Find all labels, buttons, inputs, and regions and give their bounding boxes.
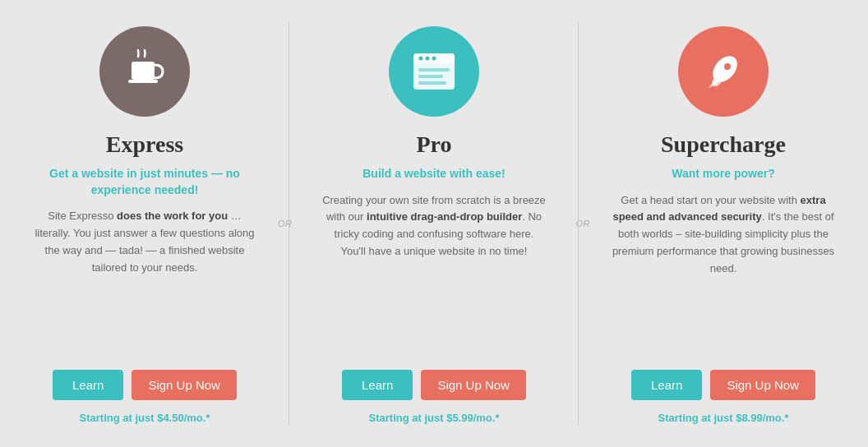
supercharge-tagline: Want more power? [672, 166, 775, 182]
express-tagline: Get a website in just minutes — no exper… [33, 166, 256, 198]
svg-rect-1 [128, 80, 158, 83]
supercharge-price: Starting at just $8.99/mo.* [658, 412, 789, 424]
express-icon-circle [99, 26, 190, 117]
pro-description: Creating your own site from scratch is a… [322, 192, 546, 353]
plan-supercharge: Supercharge Want more power? Get a head … [579, 0, 868, 447]
express-buttons: Learn Sign Up Now [53, 370, 237, 400]
express-description: Site Expresso does the work for you … li… [33, 208, 256, 353]
svg-rect-0 [132, 62, 155, 80]
pricing-container: Express Get a website in just minutes — … [0, 0, 868, 447]
pro-icon-circle [389, 26, 479, 117]
supercharge-description: Get a head start on your website with ex… [612, 192, 835, 353]
pro-tagline: Build a website with ease! [362, 166, 506, 182]
pro-price: Starting at just $5.99/mo.* [369, 412, 500, 424]
supercharge-buttons: Learn Sign Up Now [631, 370, 815, 400]
supercharge-signup-button[interactable]: Sign Up Now [710, 370, 815, 400]
svg-point-4 [419, 57, 423, 61]
or-left-label: OR [278, 219, 293, 228]
express-price: Starting at just $4.50/mo.* [80, 412, 210, 424]
pro-buttons: Learn Sign Up Now [342, 370, 526, 400]
plan-express: Express Get a website in just minutes — … [0, 0, 289, 447]
rocket-icon [700, 48, 746, 94]
pro-learn-button[interactable]: Learn [342, 370, 413, 400]
svg-rect-8 [418, 75, 443, 78]
svg-point-5 [426, 57, 430, 61]
svg-point-6 [432, 57, 436, 61]
supercharge-icon-circle [678, 26, 769, 117]
supercharge-title: Supercharge [661, 131, 786, 158]
coffee-icon [122, 48, 168, 94]
svg-point-12 [724, 63, 731, 70]
express-title: Express [106, 131, 183, 158]
express-learn-button[interactable]: Learn [53, 370, 123, 400]
plan-pro: OR OR Pro Build a website with ease! Cre… [289, 0, 579, 447]
pro-title: Pro [416, 131, 451, 158]
supercharge-learn-button[interactable]: Learn [631, 370, 702, 400]
express-signup-button[interactable]: Sign Up Now [132, 370, 237, 400]
svg-rect-9 [418, 81, 446, 85]
svg-rect-7 [418, 68, 450, 71]
browser-icon [410, 50, 458, 93]
pro-signup-button[interactable]: Sign Up Now [421, 370, 526, 400]
